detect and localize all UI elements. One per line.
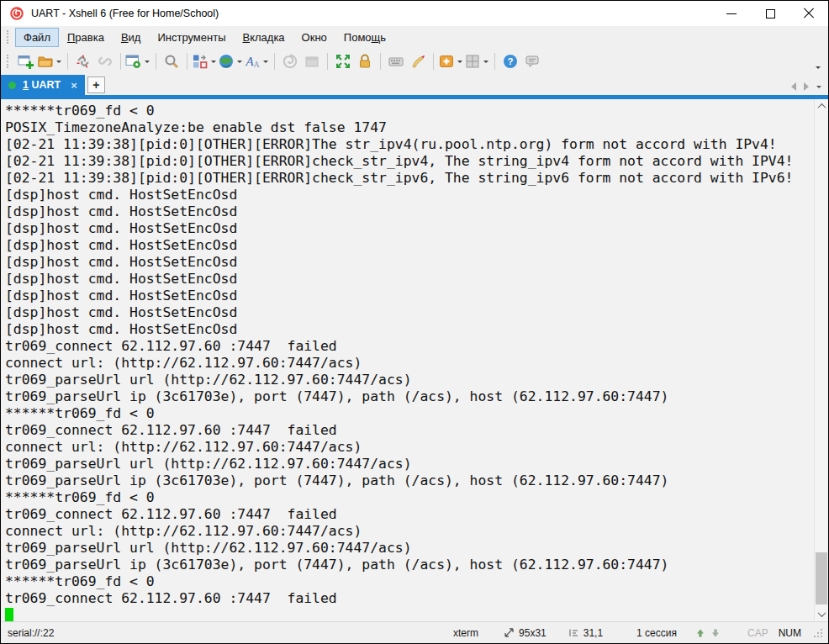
font-button-dropdown-icon[interactable] — [263, 61, 268, 66]
terminal-line: ******tr069_fd < 0 — [5, 489, 814, 506]
menu-tools[interactable]: Инструменты — [149, 28, 234, 47]
terminal-line: tr069_connect 62.112.97.60 :7447 failed — [5, 422, 814, 439]
session-properties-button[interactable] — [125, 50, 151, 72]
svg-text:?: ? — [507, 56, 513, 66]
tab-close-icon[interactable]: × — [71, 80, 77, 91]
terminal-line: [02-21 11:39:38][pid:0][OTHER][ERROR]che… — [5, 170, 814, 187]
terminal-line: ******tr069_fd < 0 — [5, 405, 814, 422]
session-count: 1 сессия — [636, 627, 677, 639]
terminal-size: 95x31 — [504, 627, 547, 639]
tab-label: 1 UART — [23, 79, 61, 91]
tab-uart[interactable]: 1 UART × — [1, 75, 85, 95]
caps-lock-indicator: CAP — [747, 627, 768, 639]
new-session-button[interactable] — [15, 50, 37, 72]
resize-dimensions-icon — [504, 627, 515, 638]
menu-window[interactable]: Окно — [293, 28, 335, 47]
tile-windows-button-dropdown-icon[interactable] — [483, 61, 488, 66]
upload-arrow-icon[interactable] — [695, 628, 705, 638]
globe-icon — [218, 53, 235, 70]
new-file-button[interactable] — [438, 50, 464, 72]
find-icon — [163, 53, 180, 70]
xshell-logo-icon — [9, 6, 24, 21]
lock-icon — [356, 53, 373, 70]
color-scheme-button[interactable] — [192, 50, 218, 72]
scroll-down-button[interactable] — [815, 607, 828, 621]
maximize-button[interactable] — [751, 1, 789, 26]
num-lock-indicator: NUM — [779, 627, 801, 639]
feedback-icon — [524, 53, 541, 70]
reconnect-icon — [97, 53, 114, 70]
transfer-button[interactable] — [301, 50, 323, 72]
connected-status-dot — [8, 82, 16, 89]
lock-screen-button[interactable] — [354, 50, 376, 72]
xagent-button[interactable] — [279, 50, 301, 72]
encoding-button-dropdown-icon[interactable] — [237, 61, 242, 66]
window-resize-grip[interactable] — [813, 628, 823, 638]
fullscreen-button[interactable] — [332, 50, 354, 72]
minimize-button[interactable] — [712, 1, 751, 26]
terminal-area[interactable]: ******tr069_fd < 0POSIX_TimezoneAnalyze:… — [1, 99, 828, 621]
terminal-line: connect url: (http://62.112.97.60:7447/a… — [5, 355, 814, 372]
terminal-line: [dsp]host cmd. HostSetEncOsd — [5, 271, 814, 288]
terminal-line: [dsp]host cmd. HostSetEncOsd — [5, 288, 814, 304]
find-button[interactable] — [161, 50, 182, 72]
scrollbar-thumb[interactable] — [816, 552, 827, 604]
connection-uri: serial://:22 — [8, 627, 54, 639]
terminal-line: tr069_parseUrl url (http://62.112.97.60:… — [5, 456, 814, 472]
scroll-up-button[interactable] — [815, 99, 828, 113]
open-session-button-dropdown-icon[interactable] — [56, 61, 61, 66]
compose-button[interactable] — [407, 50, 429, 72]
color-scheme-button-dropdown-icon[interactable] — [211, 61, 216, 66]
open-session-button[interactable] — [37, 50, 63, 72]
chevron-up-icon — [817, 103, 826, 112]
toolbar-separator — [67, 53, 68, 70]
new-session-icon — [18, 53, 34, 70]
terminal-line: tr069_parseUrl ip (3c61703e), port (7447… — [5, 388, 814, 405]
help-button[interactable]: ? — [499, 50, 521, 72]
terminal-line: tr069_connect 62.112.97.60 :7447 failed — [5, 338, 814, 355]
title-bar: UART - Xshell 6 (Free for Home/School) — [1, 1, 828, 26]
font-button[interactable]: AA — [244, 50, 270, 72]
virtual-keyboard-button[interactable] — [385, 50, 407, 72]
terminal-line: [dsp]host cmd. HostSetEncOsd — [5, 187, 814, 203]
tile-windows-button[interactable] — [464, 50, 490, 72]
encoding-button[interactable] — [218, 50, 244, 72]
menu-view[interactable]: Вид — [113, 28, 150, 47]
terminal-line: ******tr069_fd < 0 — [5, 103, 814, 119]
tab-scroll-left-icon[interactable] — [791, 82, 796, 91]
menu-file[interactable]: Файл — [15, 28, 59, 47]
disconnect-button[interactable] — [72, 50, 94, 72]
terminal-output[interactable]: ******tr069_fd < 0POSIX_TimezoneAnalyze:… — [1, 99, 814, 621]
toolbar-separator — [187, 53, 187, 70]
terminal-line: [dsp]host cmd. HostSetEncOsd — [5, 237, 814, 254]
help-icon: ? — [502, 53, 519, 70]
font-icon: AA — [244, 53, 261, 70]
toolbar: AA? — [1, 48, 828, 75]
menu-edit[interactable]: Правка — [59, 28, 113, 47]
svg-text:A: A — [254, 60, 261, 69]
toolbar-overflow-button[interactable] — [816, 66, 821, 71]
terminal-line: [dsp]host cmd. HostSetEncOsd — [5, 321, 814, 338]
menubar-grip[interactable] — [7, 30, 9, 44]
session-properties-button-dropdown-icon[interactable] — [145, 61, 150, 66]
new-tab-button[interactable]: + — [87, 77, 105, 93]
toolbar-grip[interactable] — [7, 55, 9, 68]
terminal-line: tr069_connect 62.112.97.60 :7447 failed — [5, 590, 814, 607]
session-properties-icon — [125, 53, 142, 70]
folder-plus-icon — [438, 53, 455, 70]
download-arrow-icon[interactable] — [710, 628, 721, 638]
menu-help[interactable]: Помощь — [335, 28, 394, 47]
close-button[interactable] — [789, 1, 828, 26]
reconnect-button[interactable] — [94, 50, 116, 72]
tab-scroll-right-icon[interactable] — [804, 82, 809, 91]
tab-list-dropdown-icon[interactable] — [816, 86, 821, 91]
new-file-button-dropdown-icon[interactable] — [457, 61, 462, 66]
color-scheme-icon — [192, 53, 209, 70]
feedback-button[interactable] — [521, 50, 543, 72]
menu-tab[interactable]: Вкладка — [234, 28, 293, 47]
terminal-line: ******tr069_fd < 0 — [5, 573, 814, 590]
open-folder-icon — [37, 53, 54, 70]
terminal-line: [dsp]host cmd. HostSetEncOsd — [5, 203, 814, 220]
toolbar-separator — [274, 53, 275, 70]
terminal-scrollbar[interactable] — [814, 99, 828, 621]
